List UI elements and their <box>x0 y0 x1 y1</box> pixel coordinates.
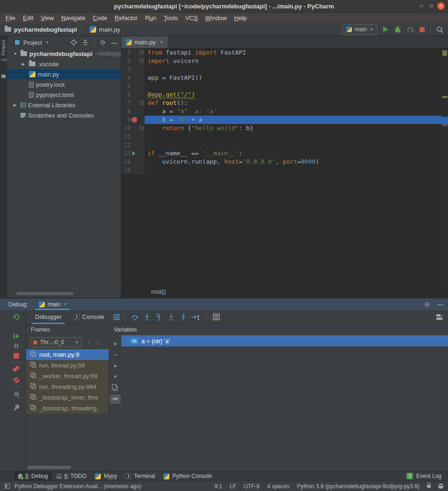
frame-item-run-threading-py-864[interactable]: run, threading.py:864 <box>26 381 109 392</box>
status-python-interpreter[interactable]: Python 3.6 (pycharmdebugfastapi-9cdjtyrg… <box>297 483 420 490</box>
code-text[interactable] <box>145 141 448 149</box>
resume-icon[interactable] <box>13 333 20 339</box>
run-to-cursor-icon[interactable] <box>189 312 202 322</box>
step-out-of-block-icon[interactable] <box>165 312 177 322</box>
mute-breakpoints-icon[interactable] <box>13 377 20 384</box>
step-out-icon[interactable] <box>177 312 189 322</box>
view-breakpoints-icon[interactable] <box>13 366 20 372</box>
close-tab-icon[interactable]: × <box>160 39 163 46</box>
gutter-marker-column[interactable] <box>131 65 139 74</box>
force-step-into-icon[interactable] <box>153 312 165 322</box>
variable-row[interactable]: 01a = {str} 'a' <box>121 335 448 346</box>
gutter-marker-column[interactable] <box>131 149 139 158</box>
add-watch-icon[interactable]: + <box>113 338 118 349</box>
close-session-icon[interactable]: × <box>63 301 67 308</box>
pin-icon[interactable] <box>13 404 20 411</box>
horizontal-scrollbar[interactable] <box>27 466 71 469</box>
menu-item-window[interactable]: Window <box>202 14 231 21</box>
debug-button[interactable] <box>394 26 401 33</box>
breadcrumb-file[interactable]: main.py <box>99 26 120 33</box>
toolwindow-button-terminal[interactable]: ❯Terminal <box>121 471 159 481</box>
tool-window-toggle-icon[interactable] <box>5 484 10 489</box>
code-line-6[interactable]: 6@app.get("/") <box>121 90 448 99</box>
gutter-marker-column[interactable] <box>131 107 139 116</box>
hide-panel-icon[interactable]: — <box>111 39 117 46</box>
frame-item-worker-thread-py-69[interactable]: _worker, thread.py:69 <box>26 371 109 381</box>
step-over-icon[interactable] <box>129 312 141 322</box>
move-up-icon[interactable]: ▲ <box>113 360 118 371</box>
coverage-button[interactable] <box>407 26 414 33</box>
maximize-window-icon[interactable]: □ <box>427 2 435 10</box>
fold-column[interactable]: − <box>139 57 145 65</box>
minimize-window-icon[interactable]: − <box>418 2 425 10</box>
search-icon[interactable] <box>436 26 443 33</box>
threads-view-icon[interactable] <box>113 314 120 320</box>
menu-item-edit[interactable]: Edit <box>19 14 37 21</box>
sidebar-item-project[interactable]: 1: Project <box>0 40 6 61</box>
gutter-marker-column[interactable] <box>131 74 139 82</box>
code-text[interactable] <box>145 166 448 174</box>
fold-icon[interactable]: − <box>140 101 144 105</box>
tree-item-pyproject-toml[interactable]: pyproject.toml <box>7 90 121 100</box>
tab-console[interactable]: ❯ Console <box>68 310 111 324</box>
show-watches-icon[interactable]: oo <box>110 394 120 405</box>
stop-button[interactable] <box>420 27 425 32</box>
code-text[interactable]: import uvicorn <box>145 57 448 65</box>
move-down-icon[interactable]: ▼ <box>113 371 118 382</box>
gutter-marker-column[interactable] <box>131 158 139 166</box>
code-text[interactable]: uvicorn.run(app, host='0.0.0.0', port=80… <box>145 158 448 166</box>
code-editor[interactable]: 1−from fastapi import FastAPI2−import uv… <box>121 48 448 285</box>
code-text[interactable]: app = FastAPI() <box>145 74 448 82</box>
run-button[interactable] <box>383 27 388 32</box>
tree-item-scratches-and-consoles[interactable]: Scratches and Consoles <box>7 110 121 120</box>
tree-collapsed-arrow-icon[interactable]: ▶ <box>14 103 21 107</box>
gear-icon[interactable] <box>99 39 106 46</box>
fold-icon[interactable]: − <box>140 50 144 55</box>
code-text[interactable]: return {"hello world": b} <box>145 124 448 132</box>
tree-item-external-libraries[interactable]: ▶External Libraries <box>7 100 121 110</box>
evaluate-expression-icon[interactable] <box>210 312 223 322</box>
menu-item-refactor[interactable]: Refactor <box>111 14 141 21</box>
tree-item-main-py[interactable]: main.py <box>7 69 121 79</box>
gutter-marker-column[interactable] <box>131 166 139 174</box>
debug-settings-gear-icon[interactable] <box>13 391 20 398</box>
code-text[interactable]: def root(): <box>145 99 448 107</box>
fold-column[interactable]: − <box>139 48 145 57</box>
menu-item-file[interactable]: File <box>2 14 19 21</box>
code-line-15[interactable]: 15 <box>121 166 448 174</box>
hector-inspections-icon[interactable] <box>438 484 443 489</box>
tree-item-pycharmdebugfastapi[interactable]: ▼pycharmdebugfastapi~/code/pycharmdebugf… <box>7 48 121 59</box>
code-line-1[interactable]: 1−from fastapi import FastAPI <box>121 48 448 57</box>
previous-frame-icon[interactable]: ↑ <box>88 339 91 346</box>
toolwindow-button-6-todo[interactable]: 6: TODO <box>52 471 91 481</box>
fold-column[interactable] <box>139 158 145 166</box>
execution-line-marker[interactable] <box>441 117 448 124</box>
gear-icon[interactable] <box>424 301 430 308</box>
thread-dropdown[interactable]: Thr...-0_0 ▼ <box>30 337 82 347</box>
remove-watch-icon[interactable]: − <box>113 349 118 360</box>
code-line-12[interactable]: 12 <box>121 141 448 149</box>
toolwindow-button-python-console[interactable]: Python Console <box>159 471 216 481</box>
menu-item-navigate[interactable]: Navigate <box>57 14 89 21</box>
code-line-8[interactable]: 8 a = "a" a: 'a' <box>121 107 448 116</box>
run-configuration-select[interactable]: main ▼ <box>342 24 378 35</box>
menu-item-code[interactable]: Code <box>89 14 111 21</box>
horizontal-scrollbar[interactable] <box>16 292 73 295</box>
fold-column[interactable] <box>139 107 145 116</box>
editor-tab-mainpy[interactable]: main.py × <box>121 36 168 48</box>
step-into-icon[interactable] <box>141 312 153 322</box>
fold-column[interactable] <box>139 141 145 149</box>
error-stripe[interactable] <box>441 48 448 285</box>
lock-icon[interactable] <box>427 485 431 488</box>
gutter-marker-column[interactable] <box>131 99 139 107</box>
breadcrumb-project[interactable]: pycharmdebugfastapi <box>14 26 77 33</box>
code-line-7[interactable]: 7−def root(): <box>121 99 448 107</box>
chevron-down-icon[interactable]: ▼ <box>45 41 49 45</box>
tree-expanded-arrow-icon[interactable]: ▼ <box>14 52 21 56</box>
next-frame-icon[interactable]: ↓ <box>97 339 100 346</box>
code-line-4[interactable]: 4app = FastAPI() <box>121 74 448 82</box>
stop-icon[interactable] <box>14 353 19 359</box>
breakpoint-marker[interactable] <box>442 124 448 126</box>
breakpoint-icon[interactable] <box>132 117 137 123</box>
menu-item-help[interactable]: Help <box>231 14 251 21</box>
